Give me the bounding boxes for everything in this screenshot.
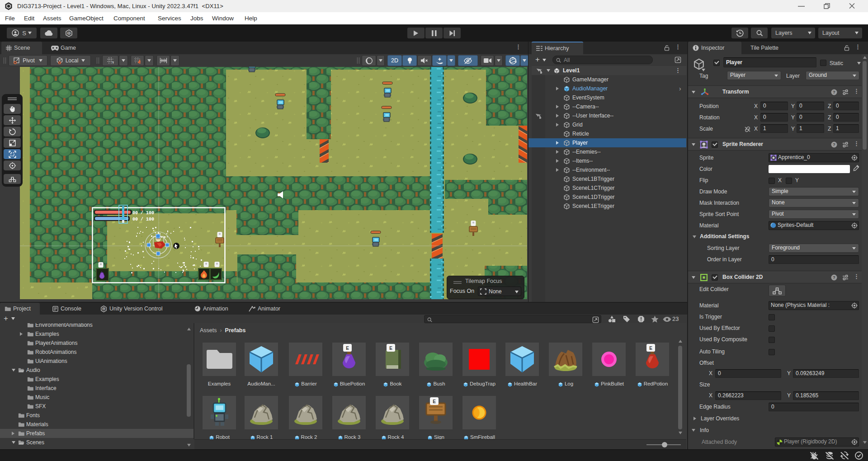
svg-text:E: E <box>433 399 436 404</box>
svg-text:E: E <box>346 346 349 351</box>
svg-text:D: D <box>68 32 70 35</box>
svg-text:Y: Y <box>112 61 114 64</box>
svg-text:00 / 100: 00 / 100 <box>132 211 154 216</box>
svg-text:D: D <box>103 307 104 310</box>
svg-text:E: E <box>649 346 652 351</box>
svg-text:E: E <box>389 346 392 351</box>
svg-text:00 / 100: 00 / 100 <box>132 217 154 222</box>
